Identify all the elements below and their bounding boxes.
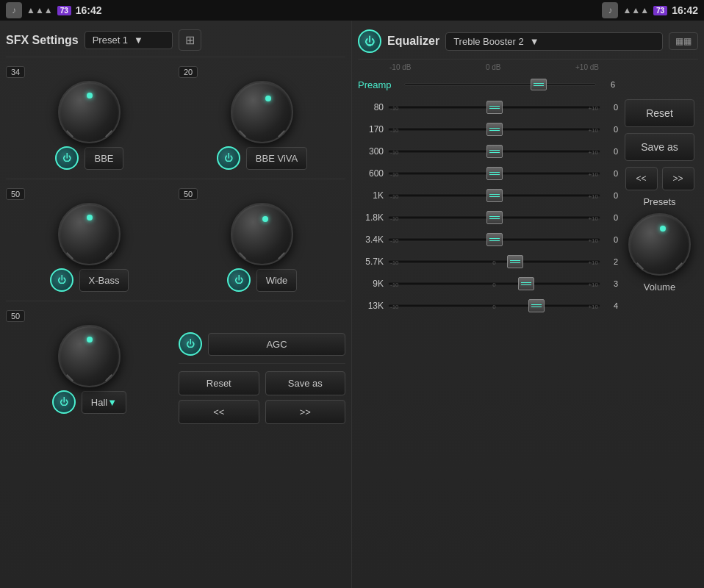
eq-save-as-button[interactable]: Save as	[625, 133, 694, 161]
xbass-power-button[interactable]: ⏻	[50, 268, 73, 292]
eq-band-slider-9K[interactable]: -10 0 +10	[388, 275, 600, 293]
hall-knob-dot	[87, 337, 93, 343]
knob-section-wide: 50 ⏻ Wide	[179, 188, 345, 292]
eq-band-label-9K: 9K	[358, 279, 384, 289]
eq-band-value-9K: 3	[605, 279, 618, 288]
agc-effect-button[interactable]: AGC	[208, 333, 345, 356]
bbe-effect-button[interactable]: BBE	[85, 147, 123, 170]
eq-thumb-3.4K[interactable]	[486, 233, 503, 246]
eq-band-slider-13K[interactable]: -10 0 +10	[388, 297, 600, 315]
preamp-thumb[interactable]	[531, 79, 547, 90]
bbe-power-button[interactable]: ⏻	[55, 146, 79, 170]
eq-thumb-300[interactable]	[486, 145, 503, 158]
preamp-slider[interactable]	[404, 78, 596, 91]
eq-band-value-300: 0	[605, 147, 618, 156]
eq-preset-dropdown[interactable]: Treble Booster 2 ▼	[445, 32, 663, 51]
bbe-knob[interactable]	[58, 81, 121, 143]
eq-thumb-1K[interactable]	[486, 189, 503, 202]
agc-section: ⏻ AGC Reset Save as << >>	[179, 310, 345, 424]
wide-power-button[interactable]: ⏻	[227, 268, 251, 292]
bbe-viva-knob[interactable]	[231, 81, 293, 143]
eq-band-value-600: 0	[605, 169, 618, 178]
eq-thumb-170[interactable]	[486, 123, 503, 136]
signal-icon-left: ▲▲▲	[26, 5, 53, 15]
sfx-prev-button[interactable]: <<	[179, 400, 259, 424]
eq-thumb-1.8K[interactable]	[486, 211, 503, 224]
eq-band-row-80: 80 -10 0 +10 0	[358, 96, 618, 118]
eq-band-label-3.4K: 3.4K	[358, 234, 384, 245]
wide-knob[interactable]	[231, 203, 293, 265]
scale-label-mid: 0 dB	[486, 63, 501, 71]
eq-band-value-5.7K: 2	[605, 257, 618, 266]
volume-knob-tick-left	[636, 262, 644, 270]
sfx-eq-adjust-button[interactable]: ⊞	[179, 29, 201, 51]
status-bar: ♪ ▲▲▲ 73 16:42 ♪ ▲▲▲ 73 16:42	[0, 0, 704, 21]
knob-tick-left-2	[239, 130, 246, 137]
eq-spectrum-button[interactable]: ▦▦	[669, 32, 698, 50]
eq-band-label-80: 80	[358, 102, 384, 112]
eq-band-slider-1.8K[interactable]: -10 0 +10	[388, 209, 600, 226]
agc-power-button[interactable]: ⏻	[179, 332, 202, 356]
knob-section-bbe: 34 ⏻ BBE	[6, 66, 173, 170]
preamp-value: 6	[602, 80, 615, 89]
eq-band-slider-80[interactable]: -10 0 +10	[388, 98, 600, 116]
bbe-viva-knob-value: 20	[179, 66, 198, 78]
eq-band-value-1K: 0	[605, 191, 618, 200]
wide-effect-button[interactable]: Wide	[256, 269, 298, 292]
eq-header: ⏻ Equalizer Treble Booster 2 ▼ ▦▦	[358, 26, 698, 60]
eq-thumb-13K[interactable]	[528, 299, 545, 312]
eq-band-row-1.8K: 1.8K -10 0 +10 0	[358, 207, 618, 229]
hall-control-row: ⏻ Hall ▼	[52, 390, 126, 414]
eq-band-slider-600[interactable]: -10 0 +10	[388, 165, 600, 182]
eq-band-slider-3.4K[interactable]: -10 0 +10	[388, 231, 600, 248]
eq-band-slider-170[interactable]: -10 0 +10	[388, 121, 600, 138]
eq-band-row-170: 170 -10 0 +10 0	[358, 118, 618, 140]
sfx-preset-dropdown[interactable]: Preset 1 ▼	[85, 31, 173, 49]
status-bar-left: ♪ ▲▲▲ 73 16:42	[6, 2, 102, 18]
hall-power-button[interactable]: ⏻	[52, 390, 76, 414]
xbass-knob[interactable]	[58, 203, 121, 265]
volume-label: Volume	[644, 282, 675, 293]
sfx-reset-button[interactable]: Reset	[179, 371, 259, 395]
preamp-row: Preamp 6	[358, 75, 698, 94]
sfx-save-as-button[interactable]: Save as	[265, 371, 346, 395]
eq-band-label-300: 300	[358, 146, 384, 157]
knob-tick-right-1	[105, 130, 112, 137]
eq-band-slider-300[interactable]: -10 0 +10	[388, 143, 600, 160]
eq-thumb-9K[interactable]	[518, 277, 534, 290]
sfx-next-button[interactable]: >>	[265, 400, 346, 424]
volume-knob[interactable]	[628, 213, 691, 276]
knob-section-hall: 50 ⏻ Hall ▼	[6, 310, 173, 424]
eq-next-button[interactable]: >>	[662, 167, 694, 190]
eq-band-label-600: 600	[358, 168, 384, 179]
divider-3	[179, 363, 345, 364]
volume-knob-dot	[660, 226, 666, 232]
bbe-control-row: ⏻ BBE	[55, 146, 123, 170]
xbass-control-row: ⏻ X-Bass	[50, 268, 129, 292]
eq-band-row-1K: 1K -10 0 +10 0	[358, 184, 618, 207]
eq-thumb-80[interactable]	[486, 101, 503, 114]
eq-band-slider-5.7K[interactable]: -10 0 +10	[388, 253, 600, 270]
hall-dropdown-button[interactable]: Hall ▼	[82, 391, 126, 414]
volume-knob-tick-right	[675, 262, 683, 270]
knob-tick-left-5	[66, 374, 73, 381]
eq-band-value-80: 0	[605, 103, 618, 112]
knob-tick-right-2	[278, 130, 285, 137]
eq-prev-button[interactable]: <<	[625, 167, 658, 190]
eq-track-13K: -10 0 +10	[388, 304, 600, 308]
hall-knob[interactable]	[58, 325, 121, 387]
status-bar-right: ♪ ▲▲▲ 73 16:42	[602, 2, 698, 18]
xbass-effect-button[interactable]: X-Bass	[79, 269, 129, 292]
eq-thumb-5.7K[interactable]	[507, 255, 523, 268]
xbass-knob-value: 50	[6, 188, 25, 200]
eq-reset-button[interactable]: Reset	[625, 99, 694, 127]
eq-band-slider-1K[interactable]: -10 0 +10	[388, 187, 600, 204]
battery-right: 73	[653, 6, 667, 15]
scale-label-low: -10 dB	[389, 63, 411, 71]
eq-power-button[interactable]: ⏻	[358, 29, 381, 53]
bbe-viva-power-button[interactable]: ⏻	[217, 146, 240, 170]
presets-label: Presets	[643, 196, 675, 207]
eq-thumb-600[interactable]	[486, 167, 503, 180]
bbe-viva-effect-button[interactable]: BBE ViVA	[246, 147, 307, 170]
music-icon-right: ♪	[602, 2, 618, 18]
